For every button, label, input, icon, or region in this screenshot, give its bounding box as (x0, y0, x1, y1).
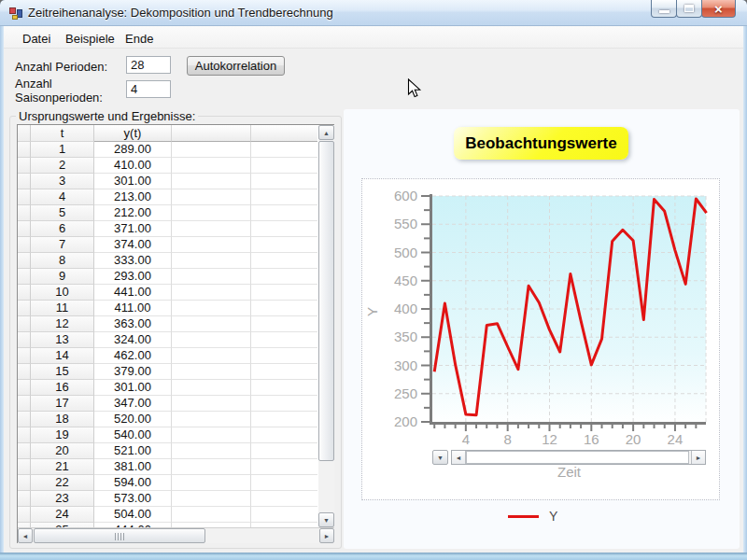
cell-t[interactable]: 9 (31, 269, 94, 285)
cell-empty[interactable] (172, 443, 251, 459)
cell-y[interactable]: 374.00 (94, 237, 172, 253)
cell-empty[interactable] (251, 205, 317, 221)
cell-t[interactable]: 15 (31, 364, 94, 380)
cell-empty[interactable] (172, 189, 251, 205)
cell-t[interactable]: 11 (31, 301, 94, 316)
cell-empty[interactable] (251, 269, 317, 285)
cell-y[interactable]: 410.00 (94, 158, 172, 174)
cell-empty[interactable] (172, 253, 251, 269)
grid-vertical-scrollbar[interactable]: ▲ ▼ (318, 125, 334, 527)
cell-empty[interactable] (251, 380, 317, 396)
row-header-cell[interactable] (18, 174, 31, 189)
cell-y[interactable]: 381.00 (94, 459, 172, 475)
cell-y[interactable]: 213.00 (94, 189, 172, 205)
cell-empty[interactable] (172, 158, 251, 174)
column-header-4[interactable] (251, 125, 317, 142)
cell-y[interactable]: 371.00 (94, 221, 172, 237)
maximize-button[interactable] (676, 0, 702, 18)
cell-y[interactable]: 324.00 (94, 332, 172, 348)
cell-empty[interactable] (172, 459, 251, 475)
row-header-cell[interactable] (18, 427, 31, 443)
cell-empty[interactable] (172, 507, 251, 523)
cell-y[interactable]: 333.00 (94, 253, 172, 269)
cell-empty[interactable] (251, 459, 317, 475)
row-header-cell[interactable] (18, 221, 31, 237)
cell-t[interactable]: 8 (31, 253, 94, 269)
cell-t[interactable]: 5 (31, 205, 94, 221)
cell-empty[interactable] (251, 348, 317, 364)
cell-empty[interactable] (251, 396, 317, 412)
cell-t[interactable]: 18 (31, 412, 94, 427)
row-header-cell[interactable] (18, 364, 31, 380)
cell-t[interactable]: 17 (31, 396, 94, 412)
cell-y[interactable]: 540.00 (94, 427, 172, 443)
cell-empty[interactable] (251, 364, 317, 380)
row-header-cell[interactable] (18, 412, 31, 427)
cell-empty[interactable] (251, 475, 317, 491)
minimize-button[interactable] (651, 0, 677, 18)
cell-y[interactable]: 504.00 (94, 507, 172, 523)
season-periods-input[interactable] (126, 80, 171, 98)
cell-empty[interactable] (251, 189, 317, 205)
cell-empty[interactable] (172, 380, 251, 396)
cell-y[interactable]: 379.00 (94, 364, 172, 380)
cell-t[interactable]: 1 (31, 142, 94, 158)
periods-input[interactable] (126, 56, 171, 74)
chart-scroll-thumb[interactable] (466, 451, 689, 464)
row-header-cell[interactable] (18, 332, 31, 348)
cell-t[interactable]: 2 (31, 158, 94, 174)
horizontal-scroll-thumb[interactable] (34, 528, 205, 543)
row-header-cell[interactable] (18, 158, 31, 174)
cell-empty[interactable] (251, 158, 317, 174)
cell-empty[interactable] (172, 205, 251, 221)
cell-y[interactable]: 293.00 (94, 269, 172, 285)
cell-t[interactable]: 24 (31, 507, 94, 523)
cell-y[interactable]: 411.00 (94, 301, 172, 316)
cell-empty[interactable] (251, 443, 317, 459)
menu-item-beispiele[interactable]: Beispiele (62, 30, 119, 48)
cell-y[interactable]: 521.00 (94, 443, 172, 459)
cell-t[interactable]: 12 (31, 316, 94, 332)
cell-y[interactable]: 347.00 (94, 396, 172, 412)
title-bar[interactable]: Zeitreihenanalyse: Dekomposition und Tre… (0, 0, 747, 26)
cell-empty[interactable] (172, 174, 251, 189)
chart-scroll-dropdown-button[interactable]: ▼ (432, 450, 448, 465)
row-header-cell[interactable] (18, 237, 31, 253)
cell-empty[interactable] (172, 269, 251, 285)
cell-t[interactable]: 20 (31, 443, 94, 459)
menu-item-ende[interactable]: Ende (121, 30, 157, 48)
cell-t[interactable]: 19 (31, 427, 94, 443)
row-header-cell[interactable] (18, 491, 31, 507)
cell-t[interactable]: 3 (31, 174, 94, 189)
cell-y[interactable]: 363.00 (94, 316, 172, 332)
cell-empty[interactable] (251, 491, 317, 507)
scroll-down-button[interactable]: ▼ (318, 512, 334, 527)
cell-empty[interactable] (251, 301, 317, 316)
chart-horizontal-scrollbar[interactable]: ◄ ► (451, 450, 706, 465)
cell-y[interactable]: 573.00 (94, 491, 172, 507)
close-button[interactable]: × (701, 0, 736, 18)
cell-empty[interactable] (251, 237, 317, 253)
cell-empty[interactable] (172, 475, 251, 491)
row-header-cell[interactable] (18, 475, 31, 491)
cell-t[interactable]: 6 (31, 221, 94, 237)
cell-empty[interactable] (172, 285, 251, 301)
cell-empty[interactable] (172, 396, 251, 412)
column-header-3[interactable] (172, 125, 251, 142)
row-header-cell[interactable] (18, 189, 31, 205)
cell-y[interactable]: 301.00 (94, 174, 172, 189)
row-header-cell[interactable] (18, 459, 31, 475)
cell-t[interactable]: 22 (31, 475, 94, 491)
cell-y[interactable]: 520.00 (94, 412, 172, 427)
vertical-scroll-thumb[interactable] (318, 141, 334, 461)
cell-t[interactable]: 10 (31, 285, 94, 301)
cell-empty[interactable] (251, 253, 317, 269)
cell-empty[interactable] (172, 348, 251, 364)
cell-t[interactable]: 7 (31, 237, 94, 253)
cell-empty[interactable] (251, 142, 317, 158)
row-header-cell[interactable] (18, 142, 31, 158)
cell-y[interactable]: 594.00 (94, 475, 172, 491)
cell-empty[interactable] (251, 316, 317, 332)
column-header-yt[interactable]: y(t) (94, 125, 172, 142)
row-header-cell[interactable] (18, 316, 31, 332)
